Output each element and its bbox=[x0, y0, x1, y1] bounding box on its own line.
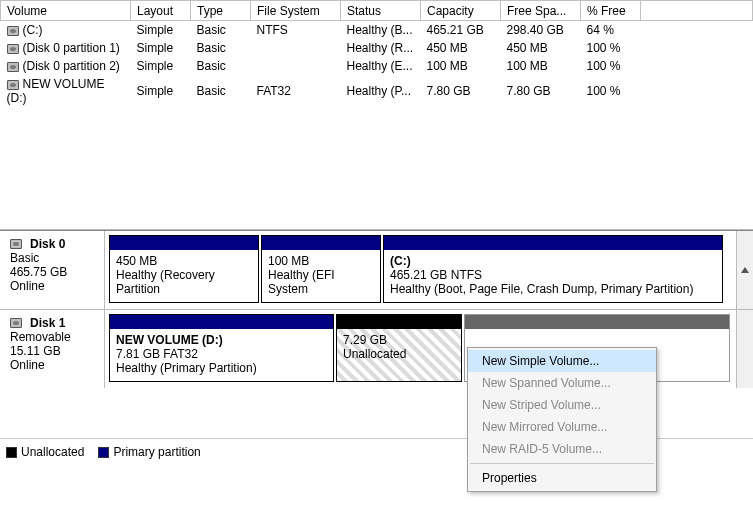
table-header-row: Volume Layout Type File System Status Ca… bbox=[1, 1, 753, 21]
disk0-title: Disk 0 bbox=[30, 237, 65, 251]
cell-pct: 100 % bbox=[581, 39, 641, 57]
cell-capacity: 465.21 GB bbox=[421, 21, 501, 40]
menu-item: New Mirrored Volume... bbox=[468, 416, 656, 438]
cell-fs bbox=[251, 57, 341, 75]
col-layout[interactable]: Layout bbox=[131, 1, 191, 21]
partition-body: (C:)465.21 GB NTFSHealthy (Boot, Page Fi… bbox=[384, 250, 722, 302]
table-row[interactable]: (Disk 0 partition 1)SimpleBasicHealthy (… bbox=[1, 39, 753, 57]
table-row[interactable]: (Disk 0 partition 2)SimpleBasicHealthy (… bbox=[1, 57, 753, 75]
col-type[interactable]: Type bbox=[191, 1, 251, 21]
menu-item: New Striped Volume... bbox=[468, 394, 656, 416]
partition-size: 465.21 GB NTFS bbox=[390, 268, 716, 282]
menu-item: New Spanned Volume... bbox=[468, 372, 656, 394]
partition[interactable]: (C:)465.21 GB NTFSHealthy (Boot, Page Fi… bbox=[383, 235, 723, 303]
col-pctfree[interactable]: % Free bbox=[581, 1, 641, 21]
table-row[interactable]: (C:)SimpleBasicNTFSHealthy (B...465.21 G… bbox=[1, 21, 753, 40]
partition-detail: Healthy (Boot, Page File, Crash Dump, Pr… bbox=[390, 282, 716, 296]
disk0-status: Online bbox=[10, 279, 96, 293]
partition-body: 100 MBHealthy (EFI System bbox=[262, 250, 380, 302]
swatch-unallocated-icon bbox=[6, 447, 17, 458]
cell-status: Healthy (E... bbox=[341, 57, 421, 75]
cell-capacity: 450 MB bbox=[421, 39, 501, 57]
legend-unallocated: Unallocated bbox=[6, 445, 84, 459]
cell-layout: Simple bbox=[131, 57, 191, 75]
ghost-stripe bbox=[465, 315, 729, 329]
partition-body: 450 MBHealthy (Recovery Partition bbox=[110, 250, 258, 302]
partition-size: 7.81 GB FAT32 bbox=[116, 347, 327, 361]
cell-type: Basic bbox=[191, 75, 251, 107]
cell-capacity: 100 MB bbox=[421, 57, 501, 75]
partition-detail: Healthy (Primary Partition) bbox=[116, 361, 327, 375]
partition-title: (C:) bbox=[390, 254, 716, 268]
partition-body: 7.29 GBUnallocated bbox=[337, 329, 461, 381]
disk1-status: Online bbox=[10, 358, 96, 372]
col-free[interactable]: Free Spa... bbox=[501, 1, 581, 21]
partition-size: 450 MB bbox=[116, 254, 252, 268]
cell-status: Healthy (P... bbox=[341, 75, 421, 107]
table-row[interactable]: NEW VOLUME (D:)SimpleBasicFAT32Healthy (… bbox=[1, 75, 753, 107]
cell-status: Healthy (R... bbox=[341, 39, 421, 57]
disk0-size: 465.75 GB bbox=[10, 265, 96, 279]
cell-layout: Simple bbox=[131, 21, 191, 40]
partition-detail: Unallocated bbox=[343, 347, 455, 361]
col-spacer bbox=[641, 1, 753, 21]
swatch-primary-icon bbox=[98, 447, 109, 458]
cell-type: Basic bbox=[191, 39, 251, 57]
scrollbar-track[interactable] bbox=[736, 310, 753, 388]
partition-detail: Healthy (Recovery Partition bbox=[116, 268, 252, 296]
unallocated-stripe bbox=[337, 315, 461, 329]
disk1-info[interactable]: Disk 1 Removable 15.11 GB Online bbox=[0, 310, 105, 388]
cell-volume: (C:) bbox=[1, 21, 131, 40]
partition[interactable]: NEW VOLUME (D:)7.81 GB FAT32Healthy (Pri… bbox=[109, 314, 334, 382]
menu-item[interactable]: New Simple Volume... bbox=[468, 350, 656, 372]
col-volume[interactable]: Volume bbox=[1, 1, 131, 21]
partition-size: 7.29 GB bbox=[343, 333, 455, 347]
cell-capacity: 7.80 GB bbox=[421, 75, 501, 107]
volume-list[interactable]: Volume Layout Type File System Status Ca… bbox=[0, 0, 753, 230]
cell-pct: 64 % bbox=[581, 21, 641, 40]
context-menu: New Simple Volume...New Spanned Volume..… bbox=[467, 347, 657, 492]
menu-item: New RAID-5 Volume... bbox=[468, 438, 656, 460]
partition[interactable]: 450 MBHealthy (Recovery Partition bbox=[109, 235, 259, 303]
partition-body: NEW VOLUME (D:)7.81 GB FAT32Healthy (Pri… bbox=[110, 329, 333, 381]
cell-free: 450 MB bbox=[501, 39, 581, 57]
col-capacity[interactable]: Capacity bbox=[421, 1, 501, 21]
menu-separator bbox=[470, 463, 654, 464]
cell-fs: FAT32 bbox=[251, 75, 341, 107]
cell-free: 298.40 GB bbox=[501, 21, 581, 40]
legend: Unallocated Primary partition bbox=[6, 445, 201, 459]
cell-free: 7.80 GB bbox=[501, 75, 581, 107]
scroll-up-button[interactable] bbox=[736, 231, 753, 309]
volume-icon bbox=[7, 26, 19, 36]
cell-type: Basic bbox=[191, 57, 251, 75]
disk1-title: Disk 1 bbox=[30, 316, 65, 330]
disk1-type: Removable bbox=[10, 330, 96, 344]
volume-icon bbox=[7, 44, 19, 54]
menu-item-properties[interactable]: Properties bbox=[468, 467, 656, 489]
cell-fs: NTFS bbox=[251, 21, 341, 40]
col-status[interactable]: Status bbox=[341, 1, 421, 21]
cell-free: 100 MB bbox=[501, 57, 581, 75]
disk1-size: 15.11 GB bbox=[10, 344, 96, 358]
cell-pct: 100 % bbox=[581, 57, 641, 75]
disk0-partitions: 450 MBHealthy (Recovery Partition100 MBH… bbox=[105, 231, 736, 309]
disk0-type: Basic bbox=[10, 251, 96, 265]
partition[interactable]: 100 MBHealthy (EFI System bbox=[261, 235, 381, 303]
partition-size: 100 MB bbox=[268, 254, 374, 268]
arrow-up-icon bbox=[741, 267, 749, 273]
cell-volume: NEW VOLUME (D:) bbox=[1, 75, 131, 107]
cell-status: Healthy (B... bbox=[341, 21, 421, 40]
cell-fs bbox=[251, 39, 341, 57]
cell-volume: (Disk 0 partition 2) bbox=[1, 57, 131, 75]
cell-pct: 100 % bbox=[581, 75, 641, 107]
disk-icon bbox=[10, 239, 22, 249]
col-filesystem[interactable]: File System bbox=[251, 1, 341, 21]
disk-icon bbox=[10, 318, 22, 328]
partition[interactable]: 7.29 GBUnallocated bbox=[336, 314, 462, 382]
disk-row-0: Disk 0 Basic 465.75 GB Online 450 MBHeal… bbox=[0, 231, 753, 310]
partition-detail: Healthy (EFI System bbox=[268, 268, 374, 296]
disk0-info[interactable]: Disk 0 Basic 465.75 GB Online bbox=[0, 231, 105, 309]
cell-type: Basic bbox=[191, 21, 251, 40]
primary-stripe bbox=[110, 315, 333, 329]
cell-layout: Simple bbox=[131, 39, 191, 57]
